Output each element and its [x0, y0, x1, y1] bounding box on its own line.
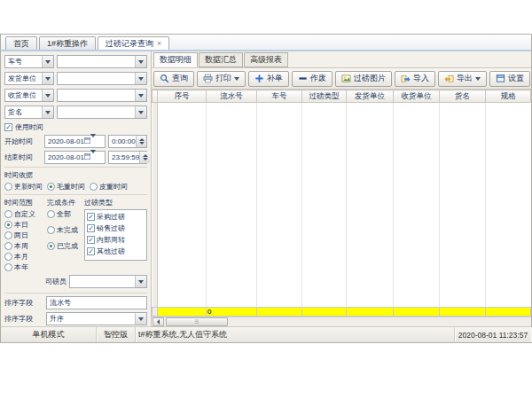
export-icon — [444, 74, 454, 83]
checkbox-sale-weigh[interactable]: ✓销售过磅 — [87, 223, 145, 233]
record-grid: 序号 流水号 车号 过磅类型 发货单位 收货单位 货名 规格 — [152, 90, 531, 326]
checkbox-checked-icon: ✓ — [87, 247, 95, 255]
start-date-picker[interactable]: 2020-08-01 — [44, 135, 106, 148]
void-button[interactable]: 作废 — [292, 71, 332, 87]
scrollbar-thumb[interactable]: ☰ — [166, 317, 228, 326]
radio-selected-icon — [47, 183, 55, 191]
goods-field-selector[interactable]: 货名 — [4, 106, 54, 119]
import-button[interactable]: 导入 — [395, 71, 435, 87]
tab-home[interactable]: 首页 — [5, 36, 37, 50]
end-time-spinner[interactable]: 23:59:59 — [108, 151, 147, 164]
col-header-spec[interactable]: 规格 — [486, 90, 531, 103]
supplement-order-label: 补单 — [267, 73, 283, 84]
shipper-field-selector[interactable]: 发货单位 — [4, 72, 54, 85]
grid-empty-body[interactable] — [153, 103, 531, 308]
summary-receiver — [394, 308, 440, 317]
supplement-order-button[interactable]: 补单 — [248, 71, 289, 87]
void-button-label: 作废 — [310, 73, 326, 84]
weigh-pictures-button[interactable]: 过磅图片 — [335, 71, 392, 87]
shipper-value-combo[interactable] — [57, 72, 147, 85]
tab-weigh-record-query[interactable]: 过磅记录查询 × — [98, 36, 169, 50]
radio-tare-time[interactable]: 皮重时间 — [90, 182, 128, 192]
tab-advanced-report[interactable]: 高级报表 — [244, 52, 288, 67]
sort-field-value: 流水号 — [50, 298, 71, 308]
radio-icon — [4, 242, 12, 250]
vehicle-field-selector[interactable]: 车号 — [4, 55, 54, 68]
col-header-vehicle-no[interactable]: 车号 — [257, 90, 302, 103]
checkbox-internal-weigh[interactable]: ✓内部周转 — [87, 235, 145, 245]
horizontal-scrollbar[interactable]: ☰ — [152, 317, 531, 326]
spinner-arrows-icon — [136, 136, 146, 147]
tab-close-icon[interactable]: × — [157, 40, 161, 48]
radio-finished[interactable]: 已完成 — [47, 241, 82, 251]
weigh-pictures-label: 过磅图片 — [354, 73, 386, 84]
weigh-type-label: 过磅类型 — [84, 198, 147, 207]
sort-field-input[interactable]: 流水号 — [46, 296, 147, 309]
summary-goods — [440, 308, 486, 317]
image-icon — [341, 74, 351, 83]
search-icon — [160, 74, 169, 83]
goods-value-combo[interactable] — [57, 106, 147, 119]
status-edition: 智控版 — [97, 327, 136, 342]
end-date-picker[interactable]: 2020-08-01 — [44, 151, 106, 164]
col-header-flow-no[interactable]: 流水号 — [207, 90, 257, 103]
receiver-field-label: 收货单位 — [8, 90, 36, 100]
use-time-checkbox[interactable]: ✓ — [4, 123, 12, 131]
time-range-label: 时间范围 — [4, 198, 45, 207]
toolbar: 查询 打印 补单 作废 — [152, 68, 531, 90]
tab-data-summary[interactable]: 数据汇总 — [199, 52, 243, 67]
tab-data-detail[interactable]: 数据明细 — [153, 52, 198, 67]
radio-update-time-label: 更新时间 — [14, 182, 43, 192]
receiver-field-selector[interactable]: 收货单位 — [4, 89, 54, 102]
col-header-shipper[interactable]: 发货单位 — [347, 90, 394, 103]
radio-all[interactable]: 全部 — [47, 209, 82, 219]
vehicle-field-label: 车号 — [8, 57, 22, 66]
chevron-down-icon — [135, 106, 146, 118]
scroll-left-arrow-icon[interactable] — [153, 317, 164, 326]
checkbox-sale-label: 销售过磅 — [97, 223, 125, 233]
summary-spec — [486, 308, 531, 317]
radio-this-week-label: 本周 — [14, 241, 28, 251]
radio-today[interactable]: 本日 — [4, 220, 45, 230]
radio-two-days[interactable]: 两日 — [4, 231, 45, 240]
radio-icon — [4, 210, 12, 218]
status-datetime: 2020-08-01 11:23:57 — [455, 327, 531, 342]
radio-update-time[interactable]: 更新时间 — [4, 182, 43, 192]
checkbox-purchase-weigh[interactable]: ✓采购过磅 — [87, 212, 145, 222]
main-tab-bar: 首页 1#称重操作 过磅记录查询 × — [1, 35, 531, 51]
complete-status-group: 完成条件 全部 未完成 已完成 — [47, 198, 82, 273]
tab-weigh-operation[interactable]: 1#称重操作 — [39, 36, 96, 50]
export-button[interactable]: 导出 — [438, 71, 487, 87]
weigh-type-box: ✓采购过磅 ✓销售过磅 ✓内部周转 ✓其他过磅 — [84, 209, 147, 261]
col-header-receiver[interactable]: 收货单位 — [394, 90, 440, 103]
print-button[interactable]: 打印 — [197, 71, 246, 87]
radio-unfinished[interactable]: 未完成 — [47, 225, 82, 235]
start-time-value: 0:00:00 — [112, 137, 136, 145]
radio-custom[interactable]: 自定义 — [4, 209, 45, 219]
data-tab-bar: 数据明细 数据汇总 高级报表 — [152, 51, 531, 68]
minus-icon — [298, 74, 308, 83]
radio-icon — [4, 263, 12, 271]
vehicle-value-combo[interactable] — [57, 55, 147, 68]
tab-weigh-record-query-label: 过磅记录查询 — [106, 38, 153, 49]
plus-icon — [254, 74, 264, 83]
col-header-goods[interactable]: 货名 — [440, 90, 486, 103]
settings-button[interactable]: 设置 — [489, 71, 530, 87]
radio-icon — [4, 183, 12, 191]
radio-this-month[interactable]: 本月 — [4, 252, 45, 262]
radio-this-week[interactable]: 本周 — [4, 241, 45, 251]
sort-order-label: 排序字段 — [4, 314, 43, 324]
sort-order-combo[interactable]: 升序 — [46, 312, 147, 325]
weigher-combo[interactable] — [69, 275, 147, 288]
radio-gross-time[interactable]: 毛重时间 — [47, 182, 85, 192]
sort-order-value: 升序 — [50, 314, 64, 324]
query-button[interactable]: 查询 — [153, 71, 194, 87]
end-time-label: 结束时间 — [4, 153, 42, 162]
radio-this-year[interactable]: 本年 — [4, 262, 45, 272]
receiver-value-combo[interactable] — [57, 89, 147, 102]
col-header-weigh-type[interactable]: 过磅类型 — [302, 90, 347, 103]
col-header-serial[interactable]: 序号 — [158, 90, 207, 103]
checkbox-other-weigh[interactable]: ✓其他过磅 — [87, 246, 145, 256]
start-time-spinner[interactable]: 0:00:00 — [108, 135, 147, 148]
radio-this-year-label: 本年 — [14, 262, 28, 272]
